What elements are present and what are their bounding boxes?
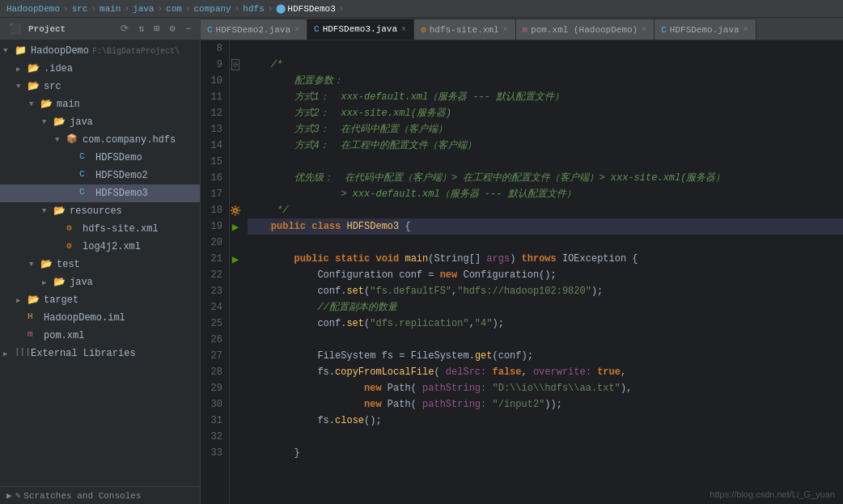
tree-item-log4j2[interactable]: ⚙ log4j2.xml	[0, 238, 200, 256]
code-line-25: conf.set("dfs.replication","4");	[248, 316, 843, 332]
java-file-icon: C	[79, 187, 92, 200]
tree-item-pom[interactable]: m pom.xml	[0, 327, 200, 345]
tree-item-main[interactable]: ▼ 📂 main	[0, 95, 200, 113]
java-file-icon: C	[79, 151, 92, 164]
breadcrumb-current: HDFSDemo3	[287, 4, 335, 14]
sidebar-item-scratches[interactable]: ▶ ✎ Scratches and Consoles	[0, 486, 200, 504]
code-content[interactable]: /* 配置参数： 方式1： xxx-default.xml（服务器 --- 默认…	[241, 40, 843, 504]
project-icon: ⬛	[6, 22, 23, 36]
tab-java-icon: C	[314, 24, 320, 34]
run-button-main[interactable]: ▶	[232, 252, 239, 266]
run-button[interactable]: ▶	[232, 220, 239, 234]
sidebar-title: Project	[28, 24, 113, 34]
editor-area: C HDFSDemo2.java × C HDFSDemo3.java × ⚙ …	[201, 18, 843, 504]
tab-java-icon: C	[661, 25, 667, 35]
code-line-18: */	[248, 202, 843, 218]
code-line-21: public static void main(String[] args) t…	[248, 251, 843, 267]
code-line-10: 配置参数：	[248, 73, 843, 89]
breadcrumb-project[interactable]: HadoopDemo	[6, 4, 60, 14]
code-line-23: conf.set("fs.defaultFS","hdfs://hadoop10…	[248, 283, 843, 299]
filter-icon[interactable]: ⊞	[151, 22, 162, 36]
scratches-label: Scratches and Consoles	[23, 491, 141, 501]
tab-bar: C HDFSDemo2.java × C HDFSDemo3.java × ⚙ …	[201, 18, 843, 40]
tab-close-pom[interactable]: ×	[641, 25, 647, 34]
tab-pom-icon: m	[523, 25, 528, 35]
breadcrumb-java[interactable]: java	[133, 4, 154, 14]
scratches-arrow: ▶	[6, 490, 12, 501]
code-line-17: > xxx-default.xml（服务器 --- 默认配置文件）	[248, 186, 843, 202]
main-folder-icon: 📂	[40, 98, 53, 111]
sort-icon[interactable]: ⇅	[136, 22, 146, 36]
collapse-icon[interactable]: −	[183, 23, 193, 36]
sidebar: ⬛ Project ⟳ ⇅ ⊞ ⚙ − ▼ 📁 HadoopDemo F:\Bi…	[0, 18, 201, 504]
tree-item-hdfsdemo2[interactable]: C HDFSDemo2	[0, 167, 200, 184]
code-line-31: fs.close();	[248, 413, 843, 429]
iml-file-icon: H	[28, 311, 40, 324]
tree-item-target[interactable]: ▶ 📂 target	[0, 291, 200, 309]
tree-item-external[interactable]: ▶ ||| External Libraries	[0, 345, 200, 362]
tab-hdfsdemo3[interactable]: C HDFSDemo3.java ×	[307, 19, 414, 40]
fold-button[interactable]: ⊖	[231, 59, 239, 70]
tree-item-hdfsdemo[interactable]: C HDFSDemo	[0, 149, 200, 167]
tree-item-src[interactable]: ▼ 📂 src	[0, 78, 200, 95]
code-editor: 8910111213141516171819202122232425262728…	[201, 40, 843, 504]
tab-hdfsdemo2[interactable]: C HDFSDemo2.java ×	[201, 19, 307, 40]
code-line-20	[248, 235, 843, 251]
target-folder-icon: 📂	[28, 294, 40, 307]
code-line-11: 方式1： xxx-default.xml（服务器 --- 默认配置文件）	[248, 89, 843, 105]
tab-close-hdfs-site[interactable]: ×	[502, 25, 509, 34]
fold-indicator[interactable]: 🔆	[230, 205, 241, 216]
resources-folder-icon: 📂	[53, 205, 66, 218]
code-line-27: FileSystem fs = FileSystem.get(conf);	[248, 348, 843, 364]
tree-item-hdfsdemo3[interactable]: C HDFSDemo3	[0, 184, 200, 202]
tab-java-icon: C	[207, 25, 213, 35]
tab-pom[interactable]: m pom.xml (HadoopDemo) ×	[516, 19, 655, 40]
code-line-16: 优先级： 在代码中配置（客户端）> 在工程中的配置文件（客户端）> xxx-si…	[248, 170, 843, 186]
src-folder-icon: 📂	[28, 80, 40, 93]
xml-file-icon: ⚙	[66, 222, 79, 235]
tree-item-idea[interactable]: ▶ 📂 .idea	[0, 60, 200, 78]
tree-item-java[interactable]: ▼ 📂 java	[0, 113, 200, 131]
pom-file-icon: m	[28, 329, 40, 342]
code-line-29: new Path( pathString: "D:\\io\\hdfs\\aa.…	[248, 380, 843, 396]
breadcrumb-main[interactable]: main	[100, 4, 121, 14]
folder-icon: 📂	[28, 62, 40, 75]
code-line-15	[248, 154, 843, 170]
tab-hdfsdemo-java[interactable]: C HDFSDemo.java ×	[654, 19, 756, 40]
tab-close-hdfsdemo-java[interactable]: ×	[743, 25, 749, 34]
breadcrumb-src[interactable]: src	[72, 4, 88, 14]
settings-icon[interactable]: ⚙	[167, 22, 178, 36]
code-line-9: /*	[248, 57, 843, 73]
gutter-col: ⊖🔆▶▶	[230, 40, 241, 504]
scratches-icon: ✎	[15, 490, 21, 501]
tree-item-package[interactable]: ▼ 📦 com.company.hdfs	[0, 131, 200, 149]
breadcrumb-company[interactable]: company	[194, 4, 231, 14]
tree-item-hdfs-site[interactable]: ⚙ hdfs-site.xml	[0, 220, 200, 238]
tree-item-resources[interactable]: ▼ 📂 resources	[0, 202, 200, 220]
external-icon: |||	[15, 347, 28, 360]
breadcrumb-com[interactable]: com	[166, 4, 182, 14]
package-icon: 📦	[66, 133, 79, 146]
line-numbers: 8910111213141516171819202122232425262728…	[201, 40, 230, 504]
tab-close-hdfsdemo2[interactable]: ×	[294, 25, 300, 34]
tree-item-test-java[interactable]: ▶ 📂 java	[0, 273, 200, 291]
breadcrumb-hdfs[interactable]: hdfs	[243, 4, 264, 14]
java-folder-icon: 📂	[53, 276, 66, 289]
tree-item-iml[interactable]: H HadoopDemo.iml	[0, 309, 200, 327]
sidebar-header: ⬛ Project ⟳ ⇅ ⊞ ⚙ −	[0, 18, 200, 40]
code-line-30: new Path( pathString: "/input2"));	[248, 396, 843, 413]
code-line-19: public class HDFSDemo3 {	[248, 218, 843, 235]
java-file-icon: C	[79, 169, 92, 182]
breadcrumb-icon: ⬤	[276, 3, 286, 14]
sync-icon[interactable]: ⟳	[118, 22, 131, 36]
code-line-14: 方式4： 在工程中的配置文件（客户端）	[248, 138, 843, 154]
tree-item-hadoopdemo[interactable]: ▼ 📁 HadoopDemo F:\BigDataProject\	[0, 42, 200, 60]
tab-hdfs-site[interactable]: ⚙ hdfs-site.xml ×	[414, 19, 515, 40]
xml-file-icon: ⚙	[66, 240, 79, 253]
java-folder-icon: 📂	[53, 116, 66, 129]
code-line-33: }	[248, 445, 843, 461]
tab-close-hdfsdemo3[interactable]: ×	[400, 25, 407, 34]
tree-item-test[interactable]: ▼ 📂 test	[0, 256, 200, 273]
main-layout: ⬛ Project ⟳ ⇅ ⊞ ⚙ − ▼ 📁 HadoopDemo F:\Bi…	[0, 18, 843, 504]
code-line-24: //配置副本的数量	[248, 299, 843, 316]
